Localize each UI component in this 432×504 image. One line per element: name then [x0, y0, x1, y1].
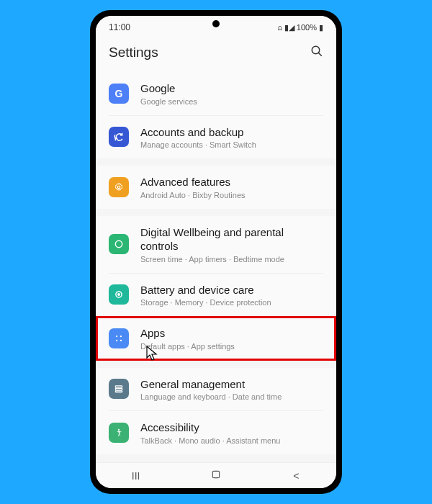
item-title: Accessibility: [140, 420, 323, 435]
google-icon: G: [109, 84, 129, 104]
svg-point-5: [118, 294, 120, 295]
svg-point-3: [115, 240, 122, 247]
home-button[interactable]: [202, 469, 230, 482]
settings-item-wellbeing[interactable]: Digital Wellbeing and parental controls …: [109, 216, 323, 273]
svg-point-2: [117, 186, 120, 189]
backup-icon: [109, 127, 129, 147]
settings-item-accounts[interactable]: Accounts and backup Manage accounts · Sm…: [109, 115, 323, 159]
item-title: Battery and device care: [140, 283, 323, 297]
gear-icon: [109, 177, 129, 197]
settings-group: Advanced features Android Auto · Bixby R…: [96, 166, 336, 209]
wellbeing-icon: [109, 234, 129, 254]
svg-rect-12: [115, 391, 122, 392]
item-subtitle: TalkBack · Mono audio · Assistant menu: [140, 436, 323, 445]
item-subtitle: Screen time · App timers · Bedtime mode: [140, 255, 323, 264]
status-indicators: ⩍ ▮◢ 100% ▮: [278, 23, 323, 32]
settings-item-accessibility[interactable]: Accessibility TalkBack · Mono audio · As…: [109, 410, 323, 454]
item-subtitle: Android Auto · Bixby Routines: [140, 191, 323, 199]
item-subtitle: Google services: [140, 97, 323, 106]
battery-text: 100%: [297, 23, 317, 32]
device-care-icon: [109, 284, 129, 305]
accessibility-icon: [109, 423, 129, 443]
page-title: Settings: [109, 45, 158, 60]
clock: 11:00: [109, 22, 130, 32]
item-title: Digital Wellbeing and parental controls: [140, 225, 323, 253]
settings-item-general[interactable]: General management Language and keyboard…: [109, 368, 323, 411]
item-subtitle: Manage accounts · Smart Switch: [140, 140, 323, 149]
settings-item-advanced[interactable]: Advanced features Android Auto · Bixby R…: [109, 166, 323, 209]
svg-point-9: [120, 340, 122, 341]
screen: 11:00 ⩍ ▮◢ 100% ▮ Settings G Google Goog…: [96, 16, 336, 488]
item-subtitle: Default apps · App settings: [140, 342, 323, 351]
item-subtitle: Storage · Memory · Device protection: [140, 298, 323, 307]
back-button[interactable]: <: [282, 470, 310, 482]
wifi-icon: ⩍: [278, 23, 282, 32]
front-camera: [212, 20, 220, 27]
settings-group: G Google Google services Accounts and ba…: [96, 72, 336, 158]
svg-rect-14: [212, 471, 219, 477]
settings-group: General management Language and keyboard…: [96, 368, 336, 454]
signal-icon: ▮◢: [284, 23, 294, 32]
item-title: Accounts and backup: [140, 125, 323, 140]
settings-item-battery[interactable]: Battery and device care Storage · Memory…: [109, 273, 323, 317]
svg-point-7: [120, 336, 122, 337]
recents-button[interactable]: III: [122, 470, 150, 482]
settings-item-apps[interactable]: Apps Default apps · App settings: [96, 316, 336, 361]
settings-header: Settings: [96, 35, 336, 72]
svg-rect-11: [115, 389, 122, 390]
svg-point-6: [116, 336, 117, 337]
search-icon: [310, 45, 323, 58]
settings-group: Digital Wellbeing and parental controls …: [96, 216, 336, 361]
phone-frame: 11:00 ⩍ ▮◢ 100% ▮ Settings G Google Goog…: [90, 10, 342, 494]
item-title: Google: [140, 81, 323, 96]
item-title: General management: [140, 377, 323, 392]
apps-icon: [109, 328, 129, 348]
item-subtitle: Language and keyboard · Date and time: [140, 392, 323, 401]
svg-rect-10: [115, 386, 122, 387]
battery-icon: ▮: [319, 23, 323, 32]
svg-line-1: [318, 53, 322, 56]
general-icon: [109, 379, 129, 399]
item-title: Advanced features: [140, 175, 323, 189]
item-title: Apps: [140, 326, 323, 341]
svg-point-13: [118, 429, 120, 431]
search-button[interactable]: [310, 45, 323, 60]
settings-list[interactable]: G Google Google services Accounts and ba…: [96, 72, 336, 462]
settings-item-google[interactable]: G Google Google services: [109, 72, 323, 115]
navigation-bar: III <: [96, 462, 336, 488]
svg-point-8: [116, 340, 117, 341]
svg-point-0: [312, 46, 320, 54]
